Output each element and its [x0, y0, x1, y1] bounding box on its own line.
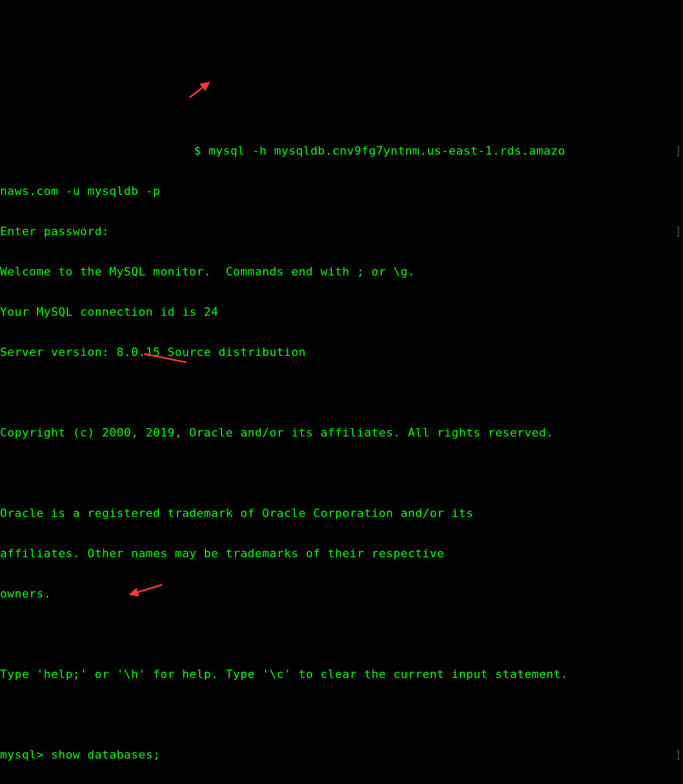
line-wrap-indicator: ]	[675, 141, 682, 161]
blank-line	[0, 705, 683, 725]
shell-command-line-1: $ mysql -h mysqldb.cnv9fg7yntnm.us-east-…	[0, 141, 683, 161]
enter-password-text: Enter password:	[0, 225, 109, 238]
blank-line	[0, 463, 683, 483]
copyright-line: Copyright (c) 2000, 2019, Oracle and/or …	[0, 423, 683, 443]
enter-password-line: Enter password:]	[0, 221, 683, 242]
help-line: Type 'help;' or '\h' for help. Type '\c'…	[0, 664, 683, 684]
line-wrap-indicator: ]	[675, 745, 682, 765]
oracle-trademark-line-3: owners.	[0, 584, 683, 604]
shell-command-line-2: naws.com -u mysqldb -p	[0, 181, 683, 201]
blank-line	[0, 101, 683, 121]
blank-line	[0, 382, 683, 403]
show-databases-text: mysql> show databases;	[0, 748, 160, 761]
terminal-output[interactable]: $ mysql -h mysqldb.cnv9fg7yntnm.us-east-…	[0, 81, 683, 784]
oracle-trademark-line-2: affiliates. Other names may be trademark…	[0, 544, 683, 564]
server-version-line: Server version: 8.0.15 Source distributi…	[0, 342, 683, 362]
blank-line	[0, 624, 683, 644]
cmd-text: $ mysql -h mysqldb.cnv9fg7yntnm.us-east-…	[194, 144, 565, 157]
connection-id-line: Your MySQL connection id is 24	[0, 302, 683, 322]
mysql-prompt-show-databases: mysql> show databases;]	[0, 745, 683, 765]
welcome-line: Welcome to the MySQL monitor. Commands e…	[0, 262, 683, 282]
line-wrap-indicator: ]	[675, 221, 682, 242]
oracle-trademark-line-1: Oracle is a registered trademark of Orac…	[0, 503, 683, 523]
